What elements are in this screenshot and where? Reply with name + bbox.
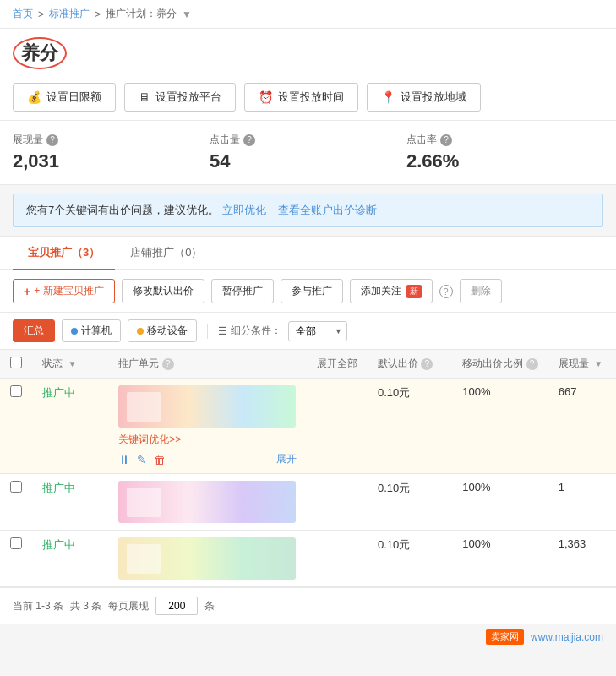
impressions-sort-icon[interactable]: ▼	[594, 359, 602, 368]
th-impressions-label: 展现量	[559, 357, 589, 369]
pause-promo-label: 暂停推广	[222, 284, 263, 298]
row1-checkbox[interactable]	[10, 385, 22, 397]
row2-impressions: 1	[548, 474, 616, 531]
pause-promo-button[interactable]: 暂停推广	[211, 279, 274, 303]
th-mobile-ratio-label: 移动出价比例	[462, 357, 523, 369]
ctr-info-icon[interactable]: ?	[440, 134, 452, 146]
th-unit: 推广单元 ?	[108, 350, 307, 379]
mobile-ratio-info-icon[interactable]: ?	[526, 358, 538, 370]
row1-pause-icon[interactable]: ⏸	[118, 453, 130, 466]
th-unit-label: 推广单元	[118, 357, 159, 369]
default-bid-info-icon[interactable]: ?	[421, 358, 433, 370]
row3-product-cell	[118, 537, 297, 580]
alert-diagnose-link[interactable]: 查看全账户出价诊断	[278, 204, 377, 216]
breadcrumb-dropdown-icon[interactable]: ▼	[182, 8, 192, 20]
row3-checkbox[interactable]	[10, 537, 22, 549]
set-platform-button[interactable]: 🖥 设置投放平台	[124, 83, 236, 112]
filter-tab-summary[interactable]: 汇总	[13, 319, 55, 342]
row1-keyword-link[interactable]: 关键词优化>>	[118, 433, 297, 447]
breadcrumb: 首页 > 标准推广 > 推广计划：养分 ▼	[0, 0, 616, 29]
row3-status: 推广中	[42, 538, 75, 551]
status-sort-icon[interactable]: ▼	[68, 359, 76, 368]
stat-impressions: 展现量 ? 2,031	[13, 133, 210, 172]
filter-tab-computer-label: 计算机	[81, 324, 112, 338]
add-focus-help-icon[interactable]: ?	[439, 285, 453, 298]
breadcrumb-campaign: 推广计划：养分	[106, 7, 177, 21]
th-default-bid: 默认出价 ?	[368, 350, 452, 379]
brand-url: www.maijia.com	[531, 631, 603, 643]
table-row: 推广中 0.10元 100% 1,363	[0, 531, 616, 587]
impressions-info-icon[interactable]: ?	[46, 134, 58, 146]
set-region-button[interactable]: 📍 设置投放地域	[367, 83, 481, 112]
row2-checkbox-cell	[0, 474, 32, 531]
table-row: 推广中 关键词优化>> ⏸ ✎ 🗑 展开 0.10元 100% 667	[0, 379, 616, 474]
row2-checkbox[interactable]	[10, 481, 22, 493]
filter-select-wrap: 全部	[288, 321, 347, 341]
table-row: 推广中 0.10元 100% 1	[0, 474, 616, 531]
computer-dot-icon	[71, 328, 78, 335]
stat-clicks: 点击量 ? 54	[210, 133, 406, 172]
footer-page-unit: 条	[204, 599, 215, 613]
add-focus-button[interactable]: 添加关注 新	[350, 279, 433, 303]
alert-optimize-link[interactable]: 立即优化	[222, 204, 266, 216]
row3-product-image	[118, 537, 296, 580]
set-daily-budget-label: 设置日限额	[46, 90, 101, 105]
row1-delete-icon[interactable]: 🗑	[154, 453, 166, 466]
toolbar: + + 新建宝贝推广 修改默认出价 暂停推广 参与推广 添加关注 新 ? 删除	[0, 270, 616, 313]
footer-page-size-input[interactable]	[155, 597, 198, 615]
breadcrumb-standard[interactable]: 标准推广	[49, 7, 90, 21]
row2-default-bid: 0.10元	[368, 474, 452, 531]
row3-impressions: 1,363	[548, 531, 616, 587]
filter-tab-mobile[interactable]: 移动设备	[128, 319, 197, 342]
select-all-checkbox[interactable]	[10, 357, 22, 368]
brand-label: 卖家网	[486, 629, 524, 645]
footer-current-text: 当前 1-3 条	[13, 599, 63, 613]
filter-tab-computer[interactable]: 计算机	[62, 319, 121, 342]
footer-total-text: 共 3 条	[70, 599, 101, 613]
row1-checkbox-cell	[0, 379, 32, 474]
th-status: 状态 ▼	[32, 350, 108, 379]
modify-bid-button[interactable]: 修改默认出价	[122, 279, 204, 303]
filter-tab-mobile-label: 移动设备	[147, 324, 188, 338]
stat-clicks-label: 点击量	[210, 133, 240, 147]
breadcrumb-home[interactable]: 首页	[13, 7, 33, 21]
row3-checkbox-cell	[0, 531, 32, 587]
join-promo-button[interactable]: 参与推广	[281, 279, 343, 303]
brand-bar: 卖家网 www.maijia.com	[0, 624, 616, 650]
clicks-info-icon[interactable]: ?	[243, 134, 255, 146]
th-default-bid-label: 默认出价	[378, 357, 418, 369]
row2-product-image	[118, 481, 296, 523]
set-region-label: 设置投放地域	[401, 90, 466, 105]
delete-label: 删除	[471, 284, 491, 298]
region-icon: 📍	[381, 90, 395, 104]
filter-select[interactable]: 全部	[288, 321, 347, 341]
time-icon: ⏰	[259, 90, 273, 104]
action-buttons-row: 💰 设置日限额 🖥 设置投放平台 ⏰ 设置投放时间 📍 设置投放地域	[0, 74, 616, 121]
plus-icon: +	[24, 285, 30, 298]
set-daily-budget-button[interactable]: 💰 设置日限额	[13, 83, 116, 112]
row2-status-cell: 推广中	[32, 474, 108, 531]
tab-shop-promo[interactable]: 店铺推广（0）	[115, 237, 217, 270]
filter-condition-label: ☰ 细分条件：	[218, 324, 281, 338]
campaign-title: 养分	[13, 37, 67, 69]
new-item-promo-button[interactable]: + + 新建宝贝推广	[13, 279, 115, 303]
stats-row: 展现量 ? 2,031 点击量 ? 54 点击率 ? 2.66%	[0, 121, 616, 185]
alert-text: 您有7个关键词有出价问题，建议优化。	[26, 204, 219, 216]
row1-expand-btn[interactable]: 展开	[276, 452, 297, 466]
row1-edit-icon[interactable]: ✎	[137, 453, 147, 466]
sub-toolbar: 汇总 计算机 移动设备 ☰ 细分条件： 全部	[0, 313, 616, 350]
set-time-button[interactable]: ⏰ 设置投放时间	[244, 83, 358, 112]
th-status-label: 状态	[42, 357, 63, 369]
tab-item-promo[interactable]: 宝贝推广（3）	[13, 237, 115, 270]
stat-clicks-value: 54	[210, 150, 406, 172]
data-table: 状态 ▼ 推广单元 ? 展开全部 默认出价 ? 移动出价比例 ? 展现量 ▼	[0, 350, 616, 587]
unit-info-icon[interactable]: ?	[162, 358, 174, 370]
stat-impressions-label: 展现量	[13, 133, 43, 147]
th-checkbox	[0, 350, 32, 379]
delete-button[interactable]: 删除	[460, 279, 502, 303]
th-mobile-ratio: 移动出价比例 ?	[452, 350, 548, 379]
th-expand-all[interactable]: 展开全部	[307, 350, 368, 379]
row2-mobile-ratio: 100%	[452, 474, 548, 531]
tabs-bar: 宝贝推广（3） 店铺推广（0）	[0, 237, 616, 270]
tabs-section: 宝贝推广（3） 店铺推广（0）	[0, 236, 616, 270]
